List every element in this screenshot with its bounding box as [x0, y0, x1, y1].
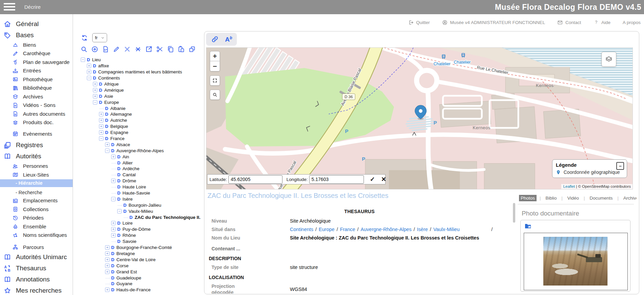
tree-tool-button[interactable]	[177, 45, 185, 53]
tree-node[interactable]: + D Afrique	[78, 81, 204, 87]
tree-expander[interactable]	[105, 281, 109, 286]
tree-node[interactable]: + D Asie	[78, 93, 204, 99]
tree-node-label[interactable]: Compagnies maritimes et leurs bâtiments	[98, 69, 182, 74]
record-scrollbar-thumb[interactable]	[513, 203, 515, 223]
sidebar-item[interactable]: Personnes	[0, 162, 73, 171]
layers-button[interactable]	[601, 52, 616, 67]
add-photo-folder-icon[interactable]	[523, 222, 532, 230]
tree-node[interactable]: D Guadeloupe	[78, 275, 204, 281]
tree-expander[interactable]: +	[99, 124, 103, 129]
tree-node-label[interactable]: Bourgoin-Jallieu	[128, 203, 161, 208]
tree-expander[interactable]: +	[105, 264, 109, 268]
tree-node-label[interactable]: Auvergne-Rhône-Alpes	[116, 148, 164, 153]
sidebar-item[interactable]: Entrées	[0, 67, 73, 75]
toolbar-action[interactable]: Contact	[557, 20, 581, 25]
tree-node-label[interactable]: Savoie	[122, 239, 136, 244]
tree-node[interactable]: D Haute-Savoie	[78, 190, 204, 196]
tree-node[interactable]: + D Alsace	[78, 141, 204, 148]
tree-expander[interactable]: −	[93, 100, 97, 105]
sidebar-item[interactable]: Autorités	[0, 151, 73, 162]
tree-node-label[interactable]: Bourgogne-Franche-Comté	[116, 245, 172, 250]
tree-node[interactable]: D Ardèche	[78, 166, 204, 172]
sidebar-item[interactable]: Plan de sauvegarde	[0, 58, 73, 67]
sidebar-item[interactable]: - Recherche	[0, 189, 73, 197]
tree-node-label[interactable]: Afrique	[104, 82, 119, 87]
toolbar-action[interactable]: Quitter	[408, 20, 430, 25]
tree-node[interactable]: + D Rhône	[78, 232, 204, 239]
tree-expander[interactable]	[111, 161, 116, 165]
sidebar-item[interactable]: Vidéos - Sons	[0, 101, 73, 110]
tree-tool-button[interactable]	[102, 45, 109, 53]
tree-node[interactable]: + D Corse	[78, 263, 204, 269]
tree-node-label[interactable]: Europe	[104, 100, 119, 105]
tree-node[interactable]: + D Allemagne	[78, 111, 204, 117]
confirm-coordinates-button[interactable]: ✓	[370, 176, 375, 183]
tree-tool-button[interactable]	[80, 45, 88, 53]
latitude-input[interactable]	[228, 175, 282, 184]
tree-node-label[interactable]: Loire	[122, 221, 132, 226]
tree-expander[interactable]	[117, 203, 122, 207]
tree-node-label[interactable]: Guadeloupe	[116, 275, 141, 280]
tree-node-label[interactable]: Guyane	[116, 281, 132, 286]
language-select[interactable]: fr	[92, 33, 107, 42]
sidebar-item[interactable]: Biens	[0, 41, 73, 49]
tree-expander[interactable]: −	[117, 209, 122, 213]
zoom-out-button[interactable]: −	[210, 61, 220, 71]
tree-node-label[interactable]: Cantal	[122, 172, 135, 177]
tree-expander[interactable]: +	[93, 82, 97, 86]
tree-node-label[interactable]: Drôme	[122, 178, 136, 183]
tree-node-label[interactable]: Alsace	[116, 142, 130, 147]
tree-node[interactable]: − D France	[78, 136, 204, 142]
tree-node[interactable]: D Albanie	[78, 105, 204, 111]
tree-node-label[interactable]: Bretagne	[116, 251, 135, 256]
tree-expander[interactable]: +	[105, 251, 109, 256]
tree-node-label[interactable]: Haute Loire	[122, 184, 146, 189]
tree-tool-button[interactable]	[91, 45, 99, 53]
tree-node-label[interactable]: Corse	[116, 263, 128, 268]
cancel-coordinates-button[interactable]: ✕	[381, 176, 386, 183]
sidebar-item[interactable]: Ensemble	[0, 222, 73, 231]
sidebar-item[interactable]: Périodes	[0, 214, 73, 223]
photo-thumbnail[interactable]	[543, 237, 608, 286]
field-label-contenant[interactable]: Contenant ...	[206, 246, 513, 251]
tree-node[interactable]: − D Europe	[78, 99, 204, 105]
tree-expander[interactable]: +	[105, 245, 109, 250]
tree-node[interactable]: + D Ain	[78, 154, 204, 160]
tree-expander[interactable]: +	[93, 88, 97, 92]
tree-expander[interactable]: +	[99, 130, 103, 135]
tree-node[interactable]: − D Isère	[78, 196, 204, 202]
breadcrumb-link[interactable]: Auvergne-Rhône-Alpes	[361, 227, 412, 232]
tree-expander[interactable]: +	[111, 155, 116, 159]
tree-node[interactable]: + D Bretagne	[78, 251, 204, 257]
tree-tool-button[interactable]	[123, 45, 131, 53]
tree-node-label[interactable]: Allier	[122, 160, 132, 165]
tree-tool-button[interactable]	[156, 45, 164, 53]
tree-tool-button[interactable]	[145, 45, 153, 53]
tree-node[interactable]: − D Lieu	[78, 57, 204, 63]
tree-node-label[interactable]: Hauts-de-France	[116, 287, 150, 292]
tree-node-label[interactable]: France	[110, 136, 124, 141]
tree-node[interactable]: + D Compagnies maritimes et leurs bâtime…	[78, 69, 204, 75]
tree-node[interactable]: + D Drôme	[78, 178, 204, 184]
breadcrumb-link[interactable]: France	[340, 227, 355, 232]
tree-expander[interactable]: +	[111, 233, 116, 237]
tree-node[interactable]: D Guyane	[78, 281, 204, 287]
tree-expander[interactable]: −	[111, 197, 116, 201]
sidebar-item[interactable]: Autorités Unimarc	[0, 252, 73, 263]
tree-tool-button[interactable]	[188, 45, 196, 53]
tree-expander[interactable]: +	[99, 118, 103, 122]
legend-collapse-button[interactable]: −	[616, 162, 624, 170]
tree-node-label[interactable]: Asie	[104, 94, 113, 99]
sidebar-item[interactable]: Thesaurus	[0, 263, 73, 274]
zoom-in-button[interactable]: +	[210, 51, 220, 61]
leaflet-link[interactable]: Leaflet	[563, 184, 575, 188]
sidebar-item[interactable]: Archives	[0, 92, 73, 101]
tree-node[interactable]: + D Amérique	[78, 87, 204, 93]
toolbar-action[interactable]: A propos	[623, 20, 641, 25]
tree-node-label[interactable]: Centre-Val de Loire	[116, 257, 155, 262]
tree-expander[interactable]: +	[105, 142, 109, 147]
tree-tool-button[interactable]	[167, 45, 174, 53]
sidebar-item[interactable]: Annotations	[0, 274, 73, 285]
breadcrumb-link[interactable]: Vaulx-Milieu	[433, 227, 460, 232]
longitude-input[interactable]	[309, 175, 364, 184]
